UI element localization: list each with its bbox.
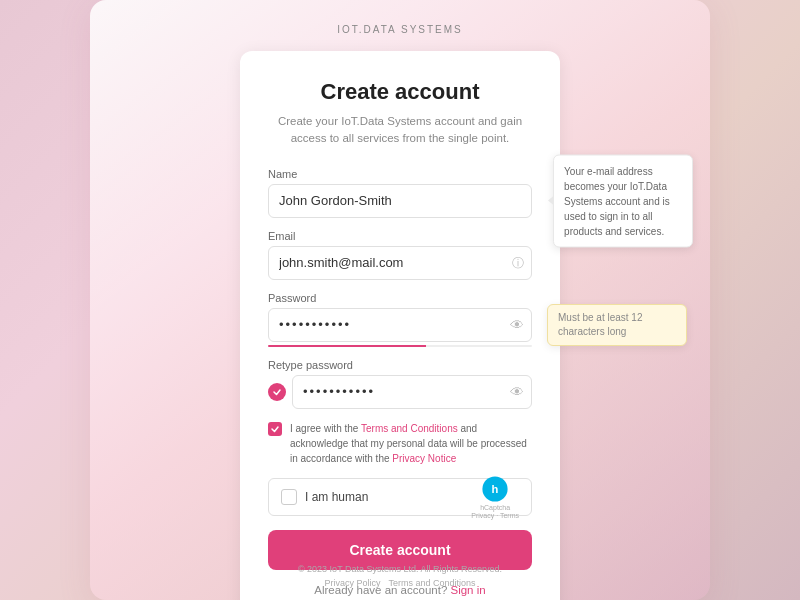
captcha-brand-text: hCaptcha [480, 504, 510, 511]
name-field-group: Name Your e-mail address becomes your Io… [268, 168, 532, 218]
info-icon[interactable]: ⓘ [512, 254, 524, 271]
privacy-policy-link[interactable]: Privacy Policy [324, 578, 380, 588]
captcha-links: Privacy · Terms [471, 512, 519, 519]
privacy-link[interactable]: Privacy Notice [392, 453, 456, 464]
retype-eye-icon[interactable]: 👁 [510, 384, 524, 400]
eye-icon[interactable]: 👁 [510, 317, 524, 333]
retype-input[interactable] [292, 375, 532, 409]
agree-row: I agree with the Terms and Conditions an… [268, 421, 532, 466]
captcha-logo: h hCaptcha Privacy · Terms [471, 475, 519, 519]
outer-card: IOT.DATA SYSTEMS Create account Create y… [90, 0, 710, 600]
agree-text: I agree with the Terms and Conditions an… [290, 421, 532, 466]
password-input[interactable] [268, 308, 532, 342]
svg-text:h: h [492, 483, 499, 495]
captcha-checkbox[interactable] [281, 489, 297, 505]
agree-checkbox[interactable] [268, 422, 282, 436]
footer: © 2023 IoT Data Systems Ltd. All Rights … [298, 564, 502, 588]
email-field-group: Email ⓘ [268, 230, 532, 280]
captcha-left: I am human [281, 489, 368, 505]
retype-label: Retype password [268, 359, 532, 371]
password-label: Password [268, 292, 532, 304]
password-tooltip: Must be at least 12 characters long [547, 304, 687, 346]
card-subtitle: Create your IoT.Data Systems account and… [268, 113, 532, 148]
password-field-group: Password 👁 Must be at least 12 character… [268, 292, 532, 347]
name-label: Name [268, 168, 532, 180]
page-title: Create account [268, 79, 532, 105]
copyright: © 2023 IoT Data Systems Ltd. All Rights … [298, 564, 502, 574]
captcha-label: I am human [305, 490, 368, 504]
page-background: IOT.DATA SYSTEMS Create account Create y… [0, 0, 800, 600]
hcaptcha-icon: h [481, 475, 509, 503]
footer-links: Privacy Policy Terms and Conditions [298, 578, 502, 588]
create-account-card: Create account Create your IoT.Data Syst… [240, 51, 560, 600]
email-label: Email [268, 230, 532, 242]
brand-logo: IOT.DATA SYSTEMS [337, 24, 463, 35]
password-strength-bar [268, 345, 532, 347]
captcha-row[interactable]: I am human h hCaptcha Privacy · Terms [268, 478, 532, 516]
terms-conditions-link[interactable]: Terms and Conditions [388, 578, 475, 588]
email-tooltip: Your e-mail address becomes your IoT.Dat… [553, 154, 693, 247]
check-circle-icon [268, 383, 286, 401]
email-input[interactable] [268, 246, 532, 280]
terms-link[interactable]: Terms and Conditions [361, 423, 458, 434]
name-input[interactable] [268, 184, 532, 218]
retype-field-group: Retype password 👁 [268, 359, 532, 409]
